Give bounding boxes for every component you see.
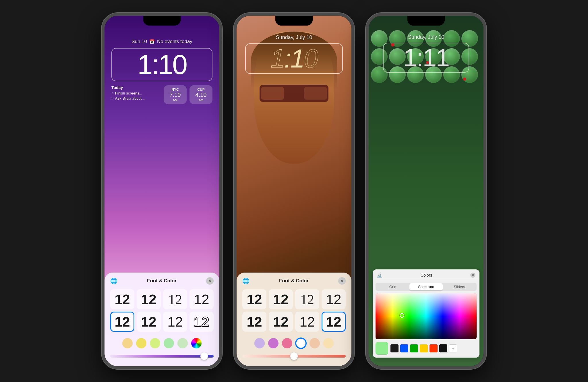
tab-sliders[interactable]: Sliders [443,283,476,290]
font2-bold[interactable]: 12 [269,289,293,309]
font-style-serif[interactable]: 12 [163,289,187,309]
color-presets: + [390,344,477,352]
fcp-title-1: Font & Color [117,278,206,284]
p2-date: Sunday, July 10 [237,34,351,40]
eyedropper-icon[interactable]: 🔬 [377,272,382,278]
color-slider-2[interactable] [242,355,346,358]
font-style-thin[interactable]: 12 [189,289,214,309]
p2-time-hollow-2: 0 [304,44,318,73]
color-strip: + [373,342,479,358]
spectrum-area[interactable] [376,293,477,339]
font-color-panel-2[interactable]: 🌐 Font & Color ✕ 12 12 12 12 12 12 12 12 [237,273,351,366]
phones-container: Sun 10 📅 No events today 1:10 Today ○Fin… [90,1,498,381]
calendar-icon: 📅 [149,39,155,44]
color-dot-lime[interactable] [150,338,160,348]
add-color-button[interactable]: + [449,344,457,352]
globe-icon-1[interactable]: 🌐 [110,277,117,284]
preset-green[interactable] [410,344,418,352]
p1-widgets: Today ○Finish screens... ○Ask Silvia abo… [111,85,212,104]
font-style-heavy[interactable]: 12 [137,312,161,332]
p1-reminder-2: ○Ask Silvia about... [111,96,161,101]
colors-panel-close[interactable]: ✕ [470,273,475,278]
p1-no-events: No events today [157,39,192,45]
color-dot-green[interactable] [164,338,174,348]
font-style-outline[interactable]: 12 [189,312,214,332]
tab-grid[interactable]: Grid [376,283,409,290]
fcp-close-2[interactable]: ✕ [338,277,346,285]
globe-icon-2[interactable]: 🌐 [242,277,249,284]
font2-serif[interactable]: 12 [295,289,319,309]
font-style-regular[interactable]: 12 [110,289,134,309]
color-dot-pink[interactable] [282,338,292,348]
p3-time: 1:11 [389,45,463,70]
fcp-header-2: 🌐 Font & Color ✕ [242,277,346,285]
p2-time: 1:10 [252,46,336,72]
p3-date: Sunday, July 10 [369,34,483,40]
fcp-title-2: Font & Color [249,278,338,284]
color-dot-cream[interactable] [323,338,334,348]
phone-1: Sun 10 📅 No events today 1:10 Today ○Fin… [102,13,222,369]
notch-2 [275,16,313,26]
p1-date-row: Sun 10 📅 No events today [111,39,212,45]
colors-panel-tabs: Grid Spectrum Sliders [376,283,477,291]
font2-regular[interactable]: 12 [242,289,266,309]
spectrum-cursor[interactable] [400,313,404,318]
color-slider-thumb-1[interactable] [200,352,208,360]
color-dots-1 [110,336,214,351]
preset-blue[interactable] [400,344,408,352]
p2-time-box[interactable]: 1:10 [245,43,343,74]
p1-time-box[interactable]: 1:10 [111,48,212,81]
p2-time-hollow-1: 1 [270,44,284,73]
colors-panel-header: 🔬 Colors ✕ [373,269,479,280]
color-slider-1[interactable] [110,355,214,358]
color-dot-lavender[interactable] [254,338,265,348]
font2-thin[interactable]: 12 [322,289,346,309]
p2-time-normal: 1 [290,44,304,73]
notch-3 [407,16,445,26]
p3-time-box[interactable]: 1:11 [383,43,469,73]
font2-selected[interactable]: 12 [322,312,346,332]
tab-spectrum[interactable]: Spectrum [409,283,443,290]
phone-3: Sunday, July 10 1:11 🔬 Colors ✕ Grid Spe… [366,13,486,369]
p1-time: 1:10 [118,51,206,78]
font2-light[interactable]: 12 [295,312,319,332]
font-style-light[interactable]: 12 [163,312,187,332]
color-dots-2 [242,336,346,351]
color-dot-purple[interactable] [268,338,278,348]
p1-clock-nyc: NYC 7:10 AM [164,85,187,104]
colors-panel-title: Colors [382,273,470,277]
p1-reminders: Today ○Finish screens... ○Ask Silvia abo… [111,85,161,101]
color-dot-yellow[interactable] [136,338,146,348]
color-dot-gold[interactable] [122,338,133,348]
font-style-bold[interactable]: 12 [137,289,161,309]
fcp-close-1[interactable]: ✕ [206,277,214,285]
color-slider-thumb-2[interactable] [290,352,298,360]
preset-red[interactable] [430,344,438,352]
color-dot-lightgreen[interactable] [177,338,188,348]
color-dot-peach[interactable] [310,338,320,348]
p1-date: Sun 10 [131,39,147,45]
font2-heavy[interactable]: 12 [269,312,293,332]
color-dot-spectrum[interactable] [191,338,202,348]
font-style-selected[interactable]: 12 [110,312,134,332]
font-grid-2: 12 12 12 12 12 12 12 12 [242,289,346,332]
notch-1 [143,16,181,26]
preset-darkblack[interactable] [439,344,447,352]
font-color-panel-1[interactable]: 🌐 Font & Color ✕ 12 12 12 12 12 12 12 12 [105,273,219,366]
font2-medium[interactable]: 12 [242,312,266,332]
p1-clock-cup: CUP 4:10 AM [189,85,212,104]
color-dot-white-selected[interactable] [296,338,306,348]
fcp-header-1: 🌐 Font & Color ✕ [110,277,214,285]
preset-yellow[interactable] [420,344,428,352]
color-swatch-selected[interactable] [376,342,388,355]
phone-2: Sunday, July 10 1:10 🌐 Font & Color ✕ 12… [234,13,354,369]
colors-panel[interactable]: 🔬 Colors ✕ Grid Spectrum Sliders [373,269,479,358]
font-grid-1: 12 12 12 12 12 12 12 12 [110,289,214,332]
p1-reminder-1: ○Finish screens... [111,91,161,95]
p1-reminders-title: Today [111,85,161,90]
preset-black[interactable] [390,344,399,352]
